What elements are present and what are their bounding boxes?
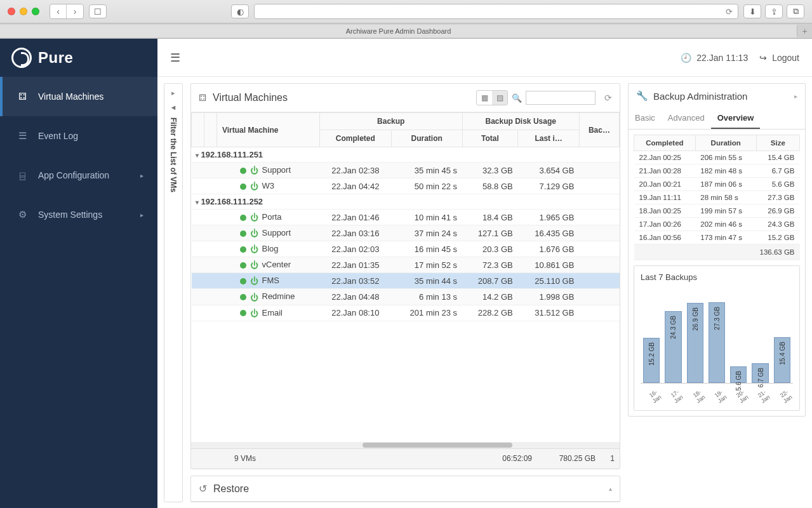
col-duration[interactable]: Duration (695, 135, 756, 151)
col-vm[interactable]: Virtual Machine (217, 113, 320, 147)
back-button[interactable]: ‹ (50, 4, 67, 18)
horizontal-scrollbar[interactable] (191, 442, 620, 448)
close-window-icon[interactable] (8, 8, 15, 15)
history-row[interactable]: 17.Jan 00:26202 min 46 s24.3 GB (634, 218, 800, 231)
col-completed[interactable]: Completed (634, 135, 696, 151)
filter-panel-collapsed[interactable]: ▸ ◄ Filter the List of VMs (164, 83, 183, 502)
vm-row[interactable]: ⏻vCenter 22.Jan 01:35 17 min 52 s 72.3 G… (192, 257, 620, 273)
window-controls (8, 8, 39, 15)
tab-basic[interactable]: Basic (629, 108, 662, 129)
chart-title: Last 7 Backups (641, 272, 793, 282)
sitemap-icon: ⚃ (199, 93, 206, 103)
power-icon: ⏻ (250, 213, 258, 222)
view-toggle: ▦ ▤ (476, 90, 508, 105)
search-input[interactable] (526, 91, 596, 105)
brand-name: Pure (38, 49, 73, 67)
browser-tab[interactable]: Archiware Pure Admin Dashboard (0, 25, 797, 37)
chart-x-label: 19-Jan (710, 386, 731, 406)
history-row[interactable]: 19.Jan 11:1128 min 58 s27.3 GB (634, 191, 800, 204)
history-row[interactable]: 20.Jan 00:21187 min 06 s5.6 GB (634, 178, 800, 191)
col-size[interactable]: Size (756, 135, 799, 151)
chevron-right-icon[interactable]: ▸ (794, 93, 797, 100)
sidebar-item-event-log[interactable]: ☰ Event Log (0, 116, 157, 156)
chart-bar: 26.9 GB (687, 303, 703, 383)
power-icon: ⏻ (250, 229, 258, 238)
minimize-window-icon[interactable] (20, 8, 27, 15)
reader-button[interactable]: ◐ (231, 4, 249, 18)
col-total[interactable]: Total (462, 130, 518, 147)
gears-icon: ⚙ (17, 209, 28, 220)
menu-toggle-button[interactable]: ☰ (170, 51, 180, 65)
vm-row[interactable]: ⏻Blog 22.Jan 02:03 16 min 45 s 20.3 GB 1… (192, 241, 620, 257)
downloads-button[interactable]: ⬇ (743, 4, 761, 18)
vm-row[interactable]: ⏻Support 22.Jan 03:16 37 min 24 s 127.1 … (192, 225, 620, 241)
filter-label: Filter the List of VMs (169, 117, 178, 192)
tabs-button[interactable]: ⧉ (787, 4, 804, 18)
chart-bar: 24.3 GB (665, 311, 681, 383)
vm-row[interactable]: ⏻Support 22.Jan 02:38 35 min 45 s 32.3 G… (192, 163, 620, 178)
power-icon: ⏻ (250, 182, 258, 191)
status-dot-icon (240, 231, 246, 237)
history-row[interactable]: 16.Jan 00:56173 min 47 s15.2 GB (634, 231, 800, 244)
chart-x-label: 18-Jan (688, 386, 709, 406)
chart-bar: 27.3 GB (709, 302, 725, 383)
forward-button[interactable]: › (67, 4, 83, 18)
chart-bar: 15.2 GB (643, 338, 660, 383)
panel-title: Virtual Machines (213, 92, 288, 104)
restore-panel: ↺ Restore ▴ (190, 476, 620, 502)
col-last[interactable]: Last i… (518, 130, 580, 147)
logo-icon (11, 48, 32, 68)
vm-row[interactable]: ⏻Redmine 22.Jan 04:48 6 min 13 s 14.2 GB… (192, 289, 620, 305)
sidebar: Pure ⚃ Virtual Machines ☰ Event Log ⌸ Ap… (0, 39, 157, 508)
backup-chart: Last 7 Backups 15.2 GB24.3 GB26.9 GB27.3… (634, 265, 800, 411)
vm-panel: ⚃ Virtual Machines ▦ ▤ 🔍 ⟳ (190, 83, 620, 469)
history-row[interactable]: 21.Jan 00:28182 min 48 s6.7 GB (634, 164, 800, 178)
sidebar-item-system-settings[interactable]: ⚙ System Settings ▸ (0, 195, 157, 234)
restore-toggle[interactable]: ↺ Restore ▴ (191, 476, 620, 502)
sidebar-toggle-button[interactable]: ☐ (89, 4, 107, 18)
sidebar-item-app-configuration[interactable]: ⌸ App Configuration ▸ (0, 156, 157, 195)
status-dot-icon (240, 310, 246, 316)
maximize-window-icon[interactable] (32, 8, 39, 15)
chevron-right-icon: ▸ (140, 211, 143, 218)
browser-chrome: ‹ › ☐ ◐ ⟳ ⬇ ⇪ ⧉ Archiware Pure Admin Das… (0, 0, 812, 39)
drive-icon: ⌸ (17, 170, 28, 181)
vm-row[interactable]: ⏻Email 22.Jan 08:10 201 min 23 s 228.2 G… (192, 305, 620, 321)
refresh-button[interactable]: ⟳ (604, 93, 612, 103)
tab-advanced[interactable]: Advanced (662, 108, 711, 129)
history-row[interactable]: 18.Jan 00:25199 min 57 s26.9 GB (634, 204, 800, 218)
host-group-row[interactable]: ▾192.168.111.251 (192, 147, 620, 163)
history-row[interactable]: 22.Jan 00:25206 min 55 s15.4 GB (634, 151, 800, 164)
sidebar-item-label: Event Log (38, 131, 78, 141)
reload-icon[interactable]: ⟳ (726, 7, 733, 17)
logout-icon: ↪ (759, 53, 767, 63)
sidebar-item-virtual-machines[interactable]: ⚃ Virtual Machines (0, 77, 157, 116)
admin-title: Backup Administration (653, 91, 747, 102)
power-icon: ⏻ (250, 244, 258, 254)
col-duration[interactable]: Duration (391, 130, 462, 147)
status-dot-icon (240, 184, 246, 190)
total-size: 136.63 GB (634, 244, 800, 260)
share-button[interactable]: ⇪ (765, 4, 783, 18)
vm-row[interactable]: ⏻W3 22.Jan 04:42 50 min 22 s 58.8 GB 7.1… (192, 178, 620, 194)
grid-view-button[interactable]: ▦ (477, 91, 492, 105)
vm-row[interactable]: ⏻FMS 22.Jan 03:52 35 min 44 s 208.7 GB 2… (192, 273, 620, 289)
power-icon: ⏻ (250, 260, 258, 270)
col-bac[interactable]: Bac… (579, 113, 619, 147)
host-group-row[interactable]: ▾192.168.111.252 (192, 194, 620, 210)
url-bar[interactable]: ⟳ (254, 4, 738, 19)
backup-history-table: Completed Duration Size 22.Jan 00:25206 … (634, 135, 800, 260)
nav-buttons: ‹ › (50, 4, 84, 19)
brand-logo: Pure (0, 39, 157, 77)
list-view-button[interactable]: ▤ (492, 91, 507, 105)
restore-icon: ↺ (199, 483, 207, 495)
new-tab-button[interactable]: + (797, 26, 812, 36)
col-completed[interactable]: Completed (320, 130, 392, 147)
clock-icon: 🕘 (681, 53, 691, 63)
topbar: ☰ 🕘 22.Jan 11:13 ↪ Logout (157, 39, 812, 77)
logout-button[interactable]: ↪ Logout (759, 53, 799, 63)
sidebar-item-label: Virtual Machines (38, 91, 103, 102)
chart-x-label: 22-Jan (775, 386, 796, 406)
vm-row[interactable]: ⏻Porta 22.Jan 01:46 10 min 41 s 18.4 GB … (192, 210, 620, 225)
tab-overview[interactable]: Overview (711, 108, 761, 129)
